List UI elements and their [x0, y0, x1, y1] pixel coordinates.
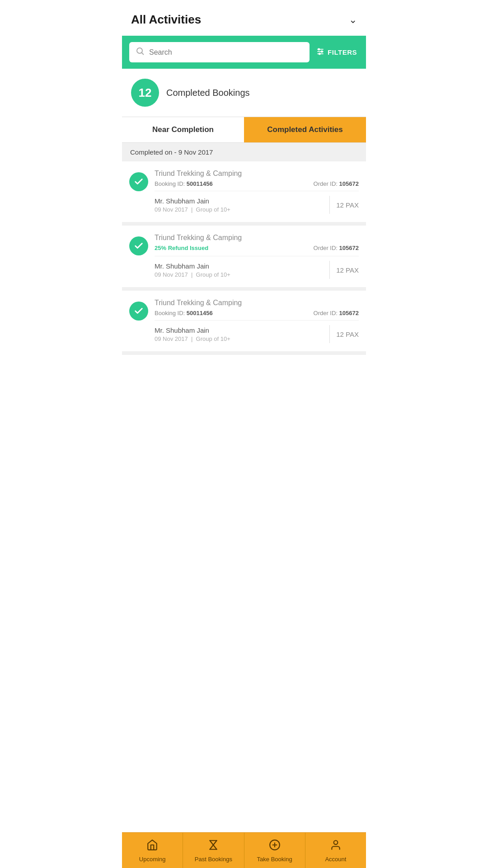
section-date-label: Completed on - 9 Nov 2017: [122, 143, 366, 161]
pax-divider: [329, 261, 330, 279]
pax-count: 12 PAX: [336, 201, 359, 209]
refund-label: 25% Refund Issued: [155, 245, 208, 251]
order-id-label: Order ID: 105672: [314, 180, 359, 187]
person-details: 09 Nov 2017 | Group of 10+: [155, 335, 323, 342]
search-input-container: [129, 42, 310, 62]
booking-card: Triund Trekking & Camping Booking ID: 50…: [122, 161, 366, 226]
booking-title: Triund Trekking & Camping: [155, 170, 359, 178]
booking-id-label: Booking ID: 50011456: [155, 180, 213, 187]
tabs-container: Near Completion Completed Activities: [122, 117, 366, 143]
booking-card: Triund Trekking & Camping Booking ID: 50…: [122, 291, 366, 355]
svg-point-0: [137, 48, 142, 53]
booking-person-row: Mr. Shubham Jain 09 Nov 2017 | Group of …: [155, 261, 359, 279]
booking-info: Triund Trekking & Camping Booking ID: 50…: [155, 299, 359, 343]
person-name: Mr. Shubham Jain: [155, 262, 323, 270]
order-id-label: Order ID: 105672: [314, 245, 359, 252]
person-details: 09 Nov 2017 | Group of 10+: [155, 271, 323, 278]
booking-person-row: Mr. Shubham Jain 09 Nov 2017 | Group of …: [155, 196, 359, 214]
filter-icon: [316, 47, 325, 57]
booking-ids-row: Booking ID: 50011456 Order ID: 105672: [155, 180, 359, 191]
pax-divider: [329, 325, 330, 343]
check-icon: [129, 236, 148, 255]
booking-card: Triund Trekking & Camping 25% Refund Iss…: [122, 226, 366, 291]
pax-divider: [329, 196, 330, 214]
pax-count: 12 PAX: [336, 330, 359, 338]
page-title: All Activities: [131, 13, 201, 27]
bookings-count-badge: 12: [131, 79, 159, 107]
tab-near-completion[interactable]: Near Completion: [122, 117, 244, 142]
booking-info: Triund Trekking & Camping Booking ID: 50…: [155, 170, 359, 214]
search-input[interactable]: [149, 48, 303, 57]
svg-point-6: [321, 51, 323, 52]
search-icon: [136, 47, 145, 58]
svg-point-7: [319, 53, 320, 54]
chevron-down-icon[interactable]: ⌄: [349, 14, 357, 26]
person-name: Mr. Shubham Jain: [155, 197, 323, 205]
bookings-label: Completed Bookings: [166, 88, 250, 98]
booking-info: Triund Trekking & Camping 25% Refund Iss…: [155, 234, 359, 279]
booking-title: Triund Trekking & Camping: [155, 299, 359, 307]
booking-person-info: Mr. Shubham Jain 09 Nov 2017 | Group of …: [155, 326, 323, 342]
booking-ids-row: 25% Refund Issued Order ID: 105672: [155, 245, 359, 256]
svg-point-5: [318, 48, 319, 50]
booking-person-row: Mr. Shubham Jain 09 Nov 2017 | Group of …: [155, 325, 359, 343]
svg-line-1: [142, 53, 144, 55]
check-icon: [129, 172, 148, 191]
filters-label: FILTERS: [328, 48, 357, 56]
booking-title: Triund Trekking & Camping: [155, 234, 359, 242]
filters-button[interactable]: FILTERS: [314, 44, 359, 60]
check-icon: [129, 302, 148, 321]
booking-person-info: Mr. Shubham Jain 09 Nov 2017 | Group of …: [155, 262, 323, 278]
pax-count: 12 PAX: [336, 266, 359, 274]
booking-id-label: Booking ID: 50011456: [155, 310, 213, 316]
bookings-summary: 12 Completed Bookings: [122, 69, 366, 117]
person-details: 09 Nov 2017 | Group of 10+: [155, 206, 323, 213]
order-id-label: Order ID: 105672: [314, 310, 359, 316]
booking-person-info: Mr. Shubham Jain 09 Nov 2017 | Group of …: [155, 197, 323, 213]
content-area: Completed on - 9 Nov 2017 Triund Trekkin…: [122, 143, 366, 396]
search-bar-section: FILTERS: [122, 36, 366, 69]
header: All Activities ⌄: [122, 0, 366, 36]
booking-ids-row: Booking ID: 50011456 Order ID: 105672: [155, 310, 359, 321]
tab-completed-activities[interactable]: Completed Activities: [244, 117, 366, 142]
person-name: Mr. Shubham Jain: [155, 326, 323, 334]
